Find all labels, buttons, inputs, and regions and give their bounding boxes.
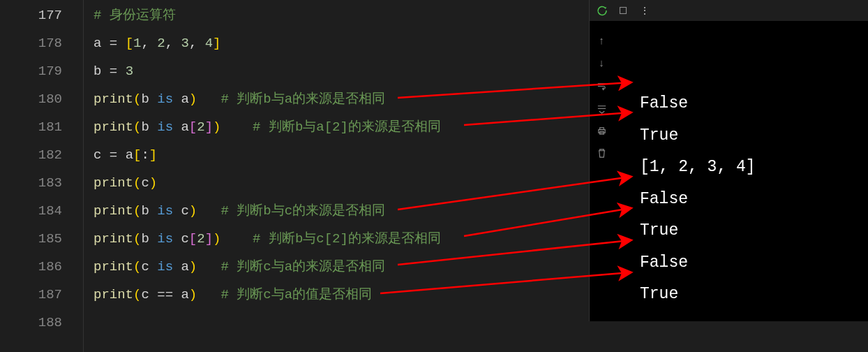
code-editor[interactable]: # 身份运算符a = [1, 2, 3, 4]b = 3print(b is a… bbox=[84, 0, 589, 352]
line-number: 177 bbox=[0, 1, 62, 29]
code-line[interactable]: print(c is a) # 判断c与a的来源是否相同 bbox=[93, 253, 589, 281]
terminal-line: True bbox=[640, 279, 868, 311]
stop-icon[interactable] bbox=[618, 5, 629, 16]
arrow-down-icon[interactable]: ↓ bbox=[595, 57, 608, 70]
terminal-action-bar: ↑ ↓ bbox=[590, 21, 613, 321]
arrow-up-icon[interactable]: ↑ bbox=[595, 35, 608, 47]
code-line[interactable]: b = 3 bbox=[93, 57, 589, 85]
code-line[interactable]: print(b is a[2]) # 判断b与a[2]的来源是否相同 bbox=[93, 113, 589, 141]
line-number: 185 bbox=[0, 225, 62, 253]
terminal-output[interactable]: FalseTrue[1, 2, 3, 4]FalseTrueFalseTrue bbox=[613, 21, 868, 321]
print-icon[interactable] bbox=[595, 124, 608, 137]
terminal-line: False bbox=[640, 88, 868, 120]
line-number: 179 bbox=[0, 57, 62, 85]
scroll-end-icon[interactable] bbox=[595, 102, 608, 115]
line-number: 188 bbox=[0, 309, 62, 337]
terminal-line: [1, 2, 3, 4] bbox=[640, 152, 868, 184]
more-icon[interactable]: ⋮ bbox=[638, 5, 650, 16]
terminal-pane: ⋮ ↑ ↓ FalseTrue[1, 2, 3, 4]FalseTrueFals… bbox=[589, 0, 868, 321]
terminal-line: True bbox=[640, 120, 868, 152]
line-number: 181 bbox=[0, 113, 62, 141]
line-number-gutter: 177178179180181182183184185186187188 bbox=[0, 0, 84, 352]
line-number: 187 bbox=[0, 281, 62, 309]
terminal-line: False bbox=[640, 247, 868, 279]
svg-rect-0 bbox=[620, 8, 627, 14]
code-line[interactable]: c = a[:] bbox=[93, 141, 589, 169]
code-line[interactable]: # 身份运算符 bbox=[93, 1, 589, 29]
terminal-line: False bbox=[640, 184, 868, 216]
code-line[interactable]: print(c == a) # 判断c与a的值是否相同 bbox=[93, 281, 589, 309]
svg-rect-2 bbox=[599, 127, 604, 129]
editor-pane: 177178179180181182183184185186187188 # 身… bbox=[0, 0, 589, 352]
terminal-toolbar: ⋮ bbox=[590, 0, 868, 21]
line-number: 184 bbox=[0, 197, 62, 225]
code-line[interactable]: print(b is c[2]) # 判断b与c[2]的来源是否相同 bbox=[93, 225, 589, 253]
trash-icon[interactable] bbox=[595, 147, 608, 159]
line-number: 182 bbox=[0, 141, 62, 169]
terminal-body: ↑ ↓ FalseTrue[1, 2, 3, 4]FalseTrueFalseT… bbox=[590, 21, 868, 321]
rerun-icon[interactable] bbox=[597, 5, 608, 16]
line-number: 186 bbox=[0, 253, 62, 281]
code-line[interactable] bbox=[93, 309, 589, 337]
line-number: 183 bbox=[0, 169, 62, 197]
line-number: 178 bbox=[0, 29, 62, 57]
code-line[interactable]: print(c) bbox=[93, 169, 589, 197]
terminal-line: True bbox=[640, 215, 868, 247]
wrap-icon[interactable] bbox=[595, 80, 608, 92]
line-number: 180 bbox=[0, 85, 62, 113]
code-line[interactable]: a = [1, 2, 3, 4] bbox=[93, 29, 589, 57]
code-line[interactable]: print(b is c) # 判断b与c的来源是否相同 bbox=[93, 197, 589, 225]
code-line[interactable]: print(b is a) # 判断b与a的来源是否相同 bbox=[93, 85, 589, 113]
